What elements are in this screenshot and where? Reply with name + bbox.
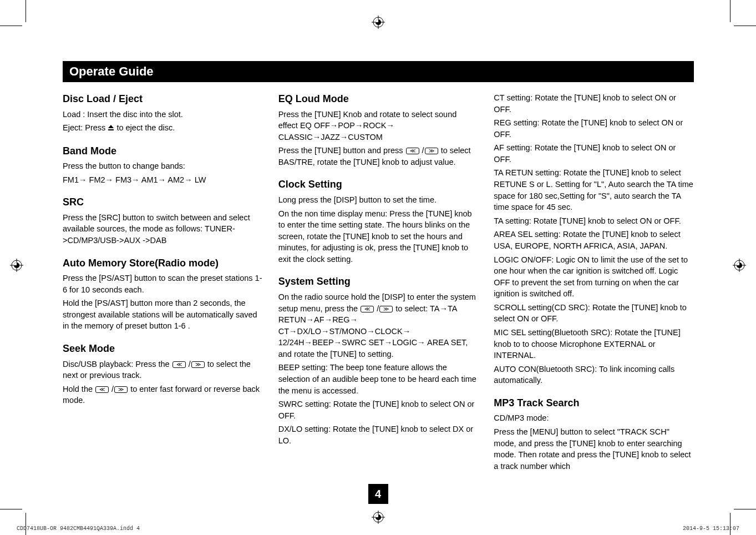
- registration-mark-icon: [10, 259, 23, 272]
- text-fragment: Eject: Press: [63, 123, 108, 132]
- text-fragment: Press the [TUNE] button and press: [278, 146, 405, 155]
- registration-mark-icon: [372, 16, 385, 29]
- body-text: LOGIC ON/OFF: Logic ON to limit the use …: [494, 254, 694, 300]
- body-text: Hold the [PS/AST] button more than 2 sec…: [63, 297, 263, 332]
- heading-band-mode: Band Mode: [63, 144, 263, 159]
- body-text: AREA SEL setting: Rotate the [TUNE] knob…: [494, 229, 694, 251]
- page-number: 4: [368, 484, 388, 504]
- heading-mp3-track-search: MP3 Track Search: [494, 396, 694, 411]
- body-text: Press the [MENU] button to select "TRACK…: [494, 426, 694, 472]
- body-text: Eject: Press to eject the disc.: [63, 122, 263, 134]
- crop-mark: [730, 0, 730, 22]
- crop-mark: [0, 26, 22, 26]
- body-text: SCROLL setting(CD SRC): Rotate the [TUNE…: [494, 302, 694, 325]
- body-text: REG setting: Rotate the [TUNE] knob to s…: [494, 117, 694, 140]
- body-text: SWRC setting: Rotate the [TUNE] knob to …: [278, 398, 479, 421]
- heading-seek-mode: Seek Mode: [63, 342, 263, 356]
- crop-mark: [734, 26, 756, 26]
- section-title-bar: Operate Guide: [63, 61, 694, 82]
- body-text: On the non time display menu: Press the …: [278, 208, 479, 265]
- body-text: Disc/USB playback: Press the ≪ /≫ to sel…: [63, 359, 263, 381]
- footer-timestamp: 2014-9-5 15:13:07: [683, 526, 739, 532]
- body-text: Load : Insert the disc into the slot.: [63, 109, 263, 120]
- prev-track-icon: ≪: [406, 148, 419, 154]
- column-3: CT setting: Rotate the [TUNE] knob to se…: [494, 92, 694, 474]
- crop-mark: [26, 0, 26, 22]
- column-2: EQ Loud Mode Press the [TUNE] Knob and r…: [278, 92, 479, 474]
- body-text: MIC SEL setting(Bluetooth SRC): Rotate t…: [494, 327, 694, 361]
- heading-auto-memory-store: Auto Memory Store(Radio mode): [63, 256, 263, 271]
- columns: Disc Load / Eject Load : Insert the disc…: [63, 92, 694, 474]
- prev-track-icon: ≪: [172, 361, 186, 368]
- body-text: Hold the ≪ /≫ to enter fast forward or r…: [63, 383, 263, 406]
- prev-track-icon: ≪: [361, 306, 374, 312]
- crop-mark: [0, 509, 22, 509]
- crop-mark: [26, 513, 26, 535]
- heading-eq-loud-mode: EQ Loud Mode: [278, 92, 479, 107]
- body-text: TA setting: Rotate [TUNE] knob to select…: [494, 215, 694, 227]
- body-text: AUTO CON(Bluetooth SRC): To link incomin…: [494, 364, 694, 386]
- body-text: FM1→ FM2→ FM3→ AM1→ AM2→ LW: [63, 174, 263, 186]
- registration-mark-icon: [372, 511, 385, 524]
- registration-mark-icon: [733, 259, 746, 272]
- footer-filename: CDD7418UB-OR 9482CMB4491QA339A.indd 4: [17, 526, 140, 532]
- body-text: Long press the [DISP] button to set the …: [278, 194, 479, 206]
- prev-track-icon: ≪: [95, 386, 109, 393]
- next-track-icon: ≫: [191, 361, 205, 368]
- heading-src: SRC: [63, 195, 263, 210]
- body-text: CD/MP3 mode:: [494, 412, 694, 424]
- heading-clock-setting: Clock Setting: [278, 178, 479, 192]
- text-fragment: Hold the: [63, 385, 95, 393]
- body-text: Press the [PS/AST] button to scan the pr…: [63, 272, 263, 295]
- heading-disc-load-eject: Disc Load / Eject: [63, 92, 263, 107]
- next-track-icon: ≫: [379, 306, 393, 312]
- column-1: Disc Load / Eject Load : Insert the disc…: [63, 92, 263, 474]
- crop-mark: [730, 513, 730, 535]
- body-text: CT setting: Rotate the [TUNE] knob to se…: [494, 92, 694, 115]
- eject-icon: [108, 123, 114, 134]
- page-content: Operate Guide Disc Load / Eject Load : I…: [63, 61, 694, 474]
- body-text: DX/LO setting: Rotate the [TUNE] knob to…: [278, 423, 479, 446]
- next-track-icon: ≫: [425, 148, 438, 154]
- text-fragment: Disc/USB playback: Press the: [63, 360, 172, 369]
- section-title: Operate Guide: [69, 64, 154, 78]
- body-text: BEEP setting: The beep tone feature allo…: [278, 362, 479, 396]
- footer: CDD7418UB-OR 9482CMB4491QA339A.indd 4 20…: [17, 526, 739, 532]
- text-fragment: to eject the disc.: [114, 123, 175, 132]
- body-text: Press the [TUNE] button and press ≪ /≫ t…: [278, 145, 479, 168]
- body-text: Press the [SRC] button to switch between…: [63, 212, 263, 246]
- heading-system-setting: System Setting: [278, 275, 479, 289]
- crop-mark: [734, 509, 756, 509]
- body-text: TA RETUN setting: Rotate the [TUNE] knob…: [494, 167, 694, 213]
- body-text: AF setting: Rotate the [TUNE] knob to se…: [494, 142, 694, 165]
- next-track-icon: ≫: [114, 386, 128, 393]
- body-text: On the radio source hold the [DISP] to e…: [278, 291, 479, 360]
- body-text: Press the button to change bands:: [63, 160, 263, 172]
- body-text: Press the [TUNE] Knob and rotate to sele…: [278, 109, 479, 143]
